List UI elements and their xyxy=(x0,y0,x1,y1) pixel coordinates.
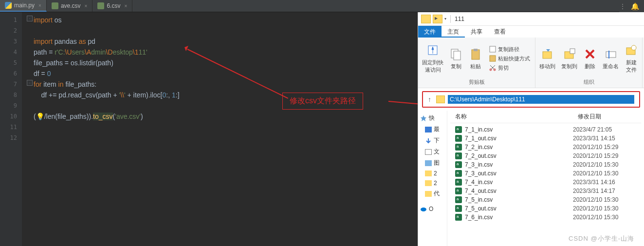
python-icon xyxy=(5,2,12,9)
sidebar-item[interactable]: 代 xyxy=(419,188,446,199)
code-line xyxy=(34,25,180,36)
file-row[interactable]: 7_2_out.csv2020/12/10 15:29 xyxy=(450,151,641,160)
fold-icon[interactable]: - xyxy=(27,80,33,86)
svg-rect-13 xyxy=(608,51,609,58)
address-bar[interactable]: ↑ C:\Users\Admin\Desktop\111 xyxy=(422,91,640,108)
paste-icon xyxy=(469,47,482,61)
tab-ave-csv[interactable]: ave.csv × xyxy=(47,0,93,12)
sidebar-item[interactable]: 图 xyxy=(419,157,446,169)
sidebar-quick-access[interactable]: 快 xyxy=(419,113,446,124)
line-number: 11 xyxy=(0,122,22,132)
line-number: 10 xyxy=(0,111,22,122)
explorer-titlebar[interactable]: ▶ ▾ 111 xyxy=(418,12,644,26)
column-date[interactable]: 修改日期 xyxy=(578,111,641,123)
close-icon[interactable]: × xyxy=(38,3,41,8)
excel-icon xyxy=(455,144,462,151)
code-line: path = r'C:\Users\Admin\Desktop\111' xyxy=(34,47,180,57)
sidebar-item[interactable]: 2 xyxy=(419,169,446,178)
column-name[interactable]: 名称 xyxy=(450,111,578,123)
more-icon[interactable]: ⋮ xyxy=(619,2,626,10)
file-date: 2020/12/10 15:30 xyxy=(573,196,636,203)
svg-rect-9 xyxy=(543,52,552,58)
svg-rect-12 xyxy=(606,52,616,57)
paste-shortcut-button[interactable]: 粘贴快捷方式 xyxy=(487,54,532,63)
new-folder-button[interactable]: 新建 文件 xyxy=(622,42,641,75)
line-number: 7 xyxy=(0,79,22,90)
excel-icon xyxy=(455,126,462,133)
file-date: 2023/3/31 14:15 xyxy=(573,135,636,142)
excel-icon xyxy=(455,196,462,203)
menu-view[interactable]: 查看 xyxy=(488,26,512,38)
bell-icon[interactable]: 🔔 xyxy=(631,2,639,10)
sidebar-item[interactable]: 下 xyxy=(419,135,446,146)
pin-button[interactable]: 固定到快 速访问 xyxy=(419,42,446,75)
chevron-down-icon[interactable]: ▾ xyxy=(444,17,446,21)
copy-icon xyxy=(449,47,463,61)
folder-icon xyxy=(436,95,445,103)
menu-home[interactable]: 主页 xyxy=(442,26,465,38)
code-line xyxy=(34,100,180,111)
lightbulb-icon[interactable]: 💡 xyxy=(36,113,44,120)
editor-tabs: main.py × ave.csv × 6.csv × xyxy=(0,0,644,12)
code-line: df += pd.read_csv(path + '\\' + item).il… xyxy=(34,90,180,100)
svg-point-16 xyxy=(421,208,426,211)
line-gutter: 1 2 3 4 5 6 7 8 9 10 11 12 xyxy=(0,12,22,246)
sidebar-item[interactable]: 2 xyxy=(419,178,446,188)
file-name: 7_1_in.csv xyxy=(465,126,573,133)
copy-path-button[interactable]: 复制路径 xyxy=(487,45,532,54)
file-row[interactable]: 7_3_in.csv2020/12/10 15:30 xyxy=(450,160,641,169)
close-icon[interactable]: × xyxy=(85,3,88,9)
moveto-button[interactable]: 移动到 xyxy=(536,46,558,71)
sidebar-item[interactable]: 文 xyxy=(419,146,446,157)
file-list-area: 快 最 下 文 图 2 2 代 O 名称 修改日期 7_1_in.csv2023… xyxy=(418,111,644,246)
tab-main-py[interactable]: main.py × xyxy=(0,0,47,12)
file-date: 2020/12/10 15:30 xyxy=(573,214,636,221)
file-row[interactable]: 7_2_in.csv2020/12/10 15:29 xyxy=(450,143,641,151)
file-row[interactable]: 7_4_in.csv2023/3/31 14:16 xyxy=(450,178,641,187)
sidebar-onedrive[interactable]: O xyxy=(419,204,446,214)
file-row[interactable]: 7_1_out.csv2023/3/31 14:15 xyxy=(450,134,641,143)
copyto-icon xyxy=(563,47,576,61)
paste-button[interactable]: 粘贴 xyxy=(466,46,485,71)
file-name: 7_5_in.csv xyxy=(465,196,573,203)
menu-share[interactable]: 共享 xyxy=(465,26,488,38)
up-icon[interactable]: ↑ xyxy=(428,95,431,103)
column-headers[interactable]: 名称 修改日期 xyxy=(450,111,641,123)
tab-6-csv[interactable]: 6.csv × xyxy=(92,0,132,12)
file-row[interactable]: 7_3_out.csv2020/12/10 15:30 xyxy=(450,169,641,178)
excel-icon xyxy=(455,135,462,142)
file-row[interactable]: 7_1_in.csv2023/4/7 21:05 xyxy=(450,125,641,134)
cut-button[interactable]: 剪切 xyxy=(487,63,532,73)
file-date: 2020/12/10 15:29 xyxy=(573,144,636,151)
line-number: 4 xyxy=(0,47,22,57)
delete-button[interactable]: 删除 xyxy=(580,46,600,71)
line-number: 6 xyxy=(0,68,22,79)
csv-icon xyxy=(52,2,58,9)
explorer-menu: 文件 主页 共享 查看 xyxy=(418,26,644,38)
svg-rect-5 xyxy=(490,46,496,52)
file-date: 2023/3/31 14:16 xyxy=(573,179,636,186)
files-panel[interactable]: 名称 修改日期 7_1_in.csv2023/4/7 21:057_1_out.… xyxy=(447,111,644,246)
moveto-icon xyxy=(541,47,554,61)
close-icon[interactable]: × xyxy=(124,3,127,9)
ribbon-group-label: 剪贴板 xyxy=(469,77,485,87)
file-row[interactable]: 7_5_in.csv2020/12/10 15:30 xyxy=(450,195,641,204)
file-name: 7_5_out.csv xyxy=(465,205,573,212)
svg-rect-4 xyxy=(474,49,478,51)
tab-label: 6.csv xyxy=(107,2,120,9)
file-row[interactable]: 7_6_in.csv2020/12/10 15:30 xyxy=(450,213,641,222)
file-row[interactable]: 7_5_out.csv2020/12/10 15:30 xyxy=(450,204,641,213)
address-path[interactable]: C:\Users\Admin\Desktop\111 xyxy=(448,95,634,104)
sidebar-item[interactable]: 最 xyxy=(419,124,446,135)
menu-file[interactable]: 文件 xyxy=(418,26,442,38)
nav-sidebar: 快 最 下 文 图 2 2 代 O xyxy=(418,111,447,246)
copyto-button[interactable]: 复制到 xyxy=(558,46,580,71)
code-body[interactable]: - - import os import pandas as pd path =… xyxy=(22,12,180,246)
line-number: 2 xyxy=(0,25,22,36)
excel-icon xyxy=(455,205,462,212)
code-line: import os xyxy=(34,15,180,25)
rename-button[interactable]: 重命名 xyxy=(600,46,622,71)
file-row[interactable]: 7_4_out.csv2023/3/31 14:17 xyxy=(450,187,641,195)
copy-button[interactable]: 复制 xyxy=(446,46,466,71)
fold-icon[interactable]: - xyxy=(27,16,33,21)
